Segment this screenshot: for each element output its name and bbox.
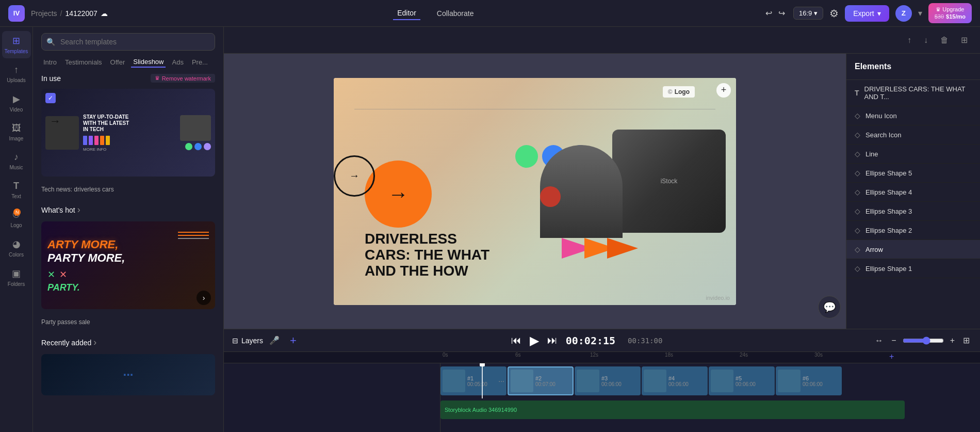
app-logo[interactable]: IV (8, 5, 25, 22)
canvas-logo-label[interactable]: © Logo (663, 86, 695, 98)
skip-back-button[interactable]: ⏮ (511, 334, 521, 346)
export-chevron: ▾ (877, 9, 881, 18)
element-name-ellipse3: Ellipse Shape 3 (865, 207, 912, 215)
element-item-text[interactable]: T DRIVERLESS CARS: THE WHAT AND T... (846, 80, 980, 106)
sidebar-item-logo[interactable]: ® N Logo (2, 205, 31, 232)
recently-card[interactable]: ··· (41, 354, 215, 395)
canvas-add-btn[interactable]: + (716, 83, 731, 98)
clip-2-num: #2 (535, 375, 556, 381)
clip-5[interactable]: #5 00:06:00 (709, 366, 775, 395)
filter-intro[interactable]: Intro (41, 57, 59, 68)
clip-3[interactable]: #3 00:06:00 (575, 366, 641, 395)
user-avatar[interactable]: Z (895, 5, 912, 22)
total-time: 00:31:00 (628, 337, 662, 345)
template-1-label: Tech news: driverless cars (41, 183, 215, 196)
logo-text: Logo (675, 88, 690, 95)
text-element-icon: T (855, 89, 859, 97)
recently-chevron: › (93, 337, 96, 348)
playhead-handle[interactable] (480, 363, 485, 366)
undo-button[interactable]: ↩ (763, 6, 774, 20)
export-button[interactable]: Export ▾ (845, 5, 889, 22)
zoom-out-btn[interactable]: − (889, 334, 898, 347)
zoom-slider[interactable] (903, 337, 944, 345)
projects-link[interactable]: Projects (31, 9, 57, 18)
grid-icon-btn[interactable]: ⊞ (957, 33, 972, 47)
export-label: Export (853, 9, 874, 18)
clip-3-time: 00:06:00 (601, 381, 622, 387)
filter-slideshow[interactable]: Slideshow (131, 57, 166, 68)
element-item-arrow[interactable]: ◇ Arrow (846, 240, 980, 259)
search-input[interactable] (41, 33, 215, 51)
clip-4-num: #4 (668, 375, 689, 381)
grid-view-btn[interactable]: ⊞ (961, 333, 972, 347)
template-2-label: Party passes sale (41, 315, 215, 329)
topbar-right: ↩ ↪ 16:9 ▾ ⚙ Export ▾ Z ▾ ♛ Upgrade $30 … (763, 3, 972, 23)
avatar-letter: Z (902, 9, 906, 17)
recently-added-title[interactable]: Recently added › (41, 337, 215, 348)
image-label: Image (9, 136, 24, 141)
breadcrumb: Projects / 14122007 ☁ (31, 9, 108, 18)
aspect-ratio-button[interactable]: 16:9 ▾ (793, 7, 823, 20)
template-card-2[interactable]: ARTY MORE, PARTY MORE, ✕ ✕ PARTY. › (41, 221, 215, 309)
add-track-button[interactable]: + (286, 334, 301, 347)
sidebar-item-templates[interactable]: ⊞ Templates (2, 31, 31, 58)
sidebar-item-text[interactable]: T Text (2, 177, 31, 203)
ellipse2-element-icon: ◇ (855, 226, 860, 234)
settings-button[interactable]: ⚙ (829, 7, 839, 20)
whats-hot-title[interactable]: What's hot › (41, 204, 215, 215)
element-item-ellipse2[interactable]: ◇ Ellipse Shape 2 (846, 221, 980, 240)
video-track: #1 00:05:00 ··· #2 00:07:00 (440, 363, 980, 398)
canvas[interactable]: + © Logo → (334, 78, 736, 305)
music-icon: ♪ (14, 152, 19, 163)
sidebar-item-uploads[interactable]: ↑ Uploads (2, 60, 31, 87)
canvas-arrow-element[interactable]: → → (365, 161, 432, 228)
audio-waveform[interactable]: Storyblock Audio 346914990 // Generate w… (440, 401, 905, 419)
layers-button[interactable]: ⊟ Layers (232, 337, 263, 345)
current-time: 00:02:15 (566, 334, 615, 347)
download-icon-btn[interactable]: ↓ (920, 34, 932, 47)
timeline-add-ruler-btn[interactable]: + (889, 352, 906, 361)
remove-watermark-btn[interactable]: ♛ Remove watermark (151, 74, 215, 83)
element-item-ellipse5[interactable]: ◇ Ellipse Shape 5 (846, 164, 980, 183)
mic-button[interactable]: 🎤 (269, 335, 280, 345)
play-button[interactable]: ▶ (530, 333, 539, 348)
recently-added-label: Recently added (41, 339, 91, 347)
skip-forward-button[interactable]: ⏭ (547, 334, 558, 346)
filter-testimonials[interactable]: Testimonials (63, 57, 104, 68)
remove-watermark-label: Remove watermark (162, 75, 211, 82)
sidebar-item-folders[interactable]: ▣ Folders (2, 264, 31, 291)
element-item-ellipse1[interactable]: ◇ Ellipse Shape 1 (846, 259, 980, 278)
upload-icon-btn[interactable]: ↑ (903, 34, 916, 47)
element-item-search-icon[interactable]: ◇ Search Icon (846, 125, 980, 145)
next-arrow[interactable]: › (197, 291, 211, 305)
whats-hot-label: What's hot (41, 206, 75, 214)
sidebar-item-colors[interactable]: ◕ Colors (2, 234, 31, 262)
element-item-menu-icon[interactable]: ◇ Menu Icon (846, 106, 980, 125)
filter-ads[interactable]: Ads (170, 57, 185, 68)
left-sidebar: ⊞ Templates ↑ Uploads ▶ Video 🖼 Image ♪ … (0, 27, 33, 432)
expand-horizontal-btn[interactable]: ↔ (873, 334, 885, 347)
editor-tab[interactable]: Editor (393, 7, 420, 20)
collaborate-tab[interactable]: Collaborate (433, 7, 478, 20)
sidebar-item-music[interactable]: ♪ Music (2, 148, 31, 174)
element-item-ellipse4[interactable]: ◇ Ellipse Shape 4 (846, 183, 980, 202)
clip-4[interactable]: #4 00:06:00 (642, 366, 708, 395)
element-item-ellipse3[interactable]: ◇ Ellipse Shape 3 (846, 202, 980, 221)
element-item-line[interactable]: ◇ Line (846, 145, 980, 164)
filter-pre[interactable]: Pre... (190, 57, 210, 68)
upgrade-button[interactable]: ♛ Upgrade $30 $15/mo (928, 3, 972, 23)
chat-button[interactable]: 💬 (818, 296, 841, 318)
undo-redo-group: ↩ ↪ (763, 6, 787, 20)
ruler-24s: 24s (740, 352, 814, 361)
sidebar-item-video[interactable]: ▶ Video (2, 89, 31, 117)
sidebar-item-image[interactable]: 🖼 Image (2, 119, 31, 146)
redo-button[interactable]: ↪ (776, 6, 787, 20)
clip-2[interactable]: #2 00:07:00 (508, 366, 574, 395)
template-card-1[interactable]: ✓ STAY UP-TO-DATEWITH THE LATESTIN TECH (41, 89, 215, 177)
clip-6[interactable]: #6 00:06:00 (776, 366, 842, 395)
image-icon: 🖼 (12, 123, 21, 134)
trash-icon-btn[interactable]: 🗑 (936, 34, 953, 47)
filter-offer[interactable]: Offer (108, 57, 127, 68)
clip-1[interactable]: #1 00:05:00 ··· (440, 366, 507, 395)
zoom-in-btn[interactable]: + (948, 334, 957, 347)
